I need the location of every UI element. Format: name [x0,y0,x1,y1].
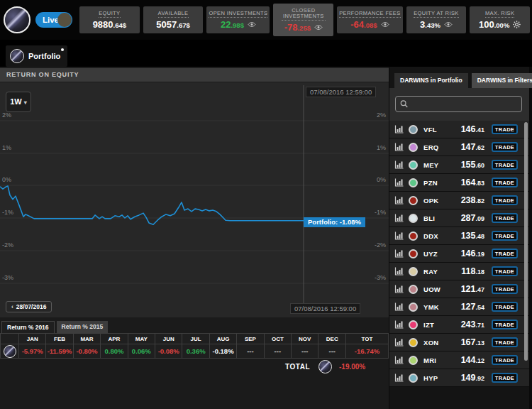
chart-canvas[interactable] [0,82,389,317]
search-box[interactable] [395,96,522,112]
darwin-color-dot [409,356,418,365]
eye-icon[interactable] [444,21,453,28]
tab-return-2015[interactable]: Return % 2015 [57,321,109,333]
mini-chart-icon[interactable] [394,143,404,151]
trade-button[interactable]: TRADE [492,195,518,205]
search-icon [400,99,409,109]
portfolio-value-tooltip: Portfolio: -1.08% [304,217,365,227]
trading-app: Live EQUITY9880.64$AVAILABLE5057.67$OPEN… [0,0,532,409]
tab-darwins-in-filters[interactable]: DARWINS in Filters [472,73,532,88]
bar-chart-icon [394,125,404,133]
darwin-row-ray[interactable]: RAY118.18TRADE [389,263,529,280]
darwin-color-dot [409,267,418,276]
trade-button[interactable]: TRADE [492,373,518,383]
y-axis-label: 2% [2,111,11,119]
month-header: SEP [237,334,264,344]
darwin-ticker: HYP [423,374,453,382]
search-input[interactable] [411,99,521,109]
mini-chart-icon[interactable] [394,249,404,258]
tab-return-2016[interactable]: Return % 2016 [1,321,55,333]
darwin-ticker: ERQ [423,143,453,151]
darwin-row-uow[interactable]: UOW121.47TRADE [389,280,529,298]
eye-icon[interactable] [314,24,323,31]
trade-button[interactable]: TRADE [492,231,518,241]
darwin-row-mey[interactable]: MEY155.60TRADE [389,156,529,174]
darwin-ticker: UYZ [423,250,453,258]
y-axis-label: 1% [2,144,11,151]
stat-label: OPEN INVESTMENTS [209,11,267,18]
darwins-tabs: DARWINS in Portfolio DARWINS in Filters [394,73,532,88]
stat-value: 3.43% [420,20,453,30]
eye-icon[interactable] [248,21,256,28]
darwin-color-dot [409,125,418,134]
trade-button[interactable]: TRADE [492,124,518,134]
darwin-row-bli[interactable]: BLI287.09TRADE [389,209,529,227]
darwin-row-xon[interactable]: XON167.13TRADE [389,334,529,351]
mini-chart-icon[interactable] [394,285,404,293]
darwin-row-pzn[interactable]: PZN164.83TRADE [389,174,529,192]
chart-title: RETURN ON EQUITY [0,68,389,82]
trade-button[interactable]: TRADE [492,178,518,187]
trade-button[interactable]: TRADE [492,249,518,258]
mini-chart-icon[interactable] [394,302,404,311]
tab-portfolio[interactable]: Portfolio [6,45,67,67]
month-value: -0.08% [155,344,182,359]
darwin-row-ymk[interactable]: YMK127.54TRADE [389,298,529,316]
darwin-row-opk[interactable]: OPK238.82TRADE [389,192,529,209]
bar-chart-icon [394,231,404,240]
search-section [389,88,529,121]
mini-chart-icon[interactable] [394,178,404,187]
trade-button[interactable]: TRADE [492,337,518,347]
tab-darwins-in-portfolio[interactable]: DARWINS in Portfolio [394,73,468,88]
list-scrollbar[interactable] [524,122,528,361]
mini-chart-icon[interactable] [394,267,404,276]
trade-button[interactable]: TRADE [492,355,518,365]
total-avatar [318,360,332,373]
total-row: TOTAL -19.00% [0,359,389,378]
darwin-row-uyz[interactable]: UYZ146.19TRADE [389,245,529,263]
darwin-color-dot [409,178,418,187]
mini-chart-icon[interactable] [394,338,404,347]
trade-button[interactable]: TRADE [492,213,518,223]
bar-chart-icon [394,338,404,347]
darwin-row-mri[interactable]: MRI144.12TRADE [389,351,529,369]
trade-button[interactable]: TRADE [492,160,518,170]
return-on-equity-chart[interactable]: 2%2%1%1%0%0%-1%-1%-2%-2%-3%-3% 1W ▾ 07/0… [0,82,389,317]
gear-icon[interactable] [513,21,521,28]
month-header: AUG [209,334,236,344]
trade-button[interactable]: TRADE [492,284,518,294]
darwin-ticker: DDX [423,232,453,240]
darwin-row-hyp[interactable]: HYP149.92TRADE [389,369,529,387]
mini-chart-icon[interactable] [394,214,404,222]
trade-button[interactable]: TRADE [492,302,518,312]
timeframe-dropdown[interactable]: 1W ▾ [6,92,31,112]
darwin-price: 118.18 [453,266,492,276]
darwin-row-vfl[interactable]: VFL146.41TRADE [389,121,529,138]
darwin-row-erq[interactable]: ERQ147.62TRADE [389,138,529,156]
bar-chart-icon [394,320,404,329]
trade-button[interactable]: TRADE [492,266,518,276]
bar-chart-icon [394,302,404,311]
y-axis-label: 0% [2,176,11,183]
live-toggle-knob[interactable] [57,13,72,27]
month-value: -16.74% [346,344,389,359]
darwin-row-izt[interactable]: IZT243.71TRADE [389,316,529,334]
mini-chart-icon[interactable] [394,160,404,169]
mini-chart-icon[interactable] [394,356,404,364]
mini-chart-icon[interactable] [394,125,404,133]
darwin-row-ddx[interactable]: DDX135.48TRADE [389,227,529,245]
month-value: -0.18% [209,344,236,359]
trade-button[interactable]: TRADE [492,142,518,152]
darwin-color-dot [409,231,418,241]
mini-chart-icon[interactable] [394,320,404,329]
month-header: NOV [292,334,318,344]
mini-chart-icon[interactable] [394,231,404,240]
user-avatar[interactable] [4,6,31,33]
mini-chart-icon[interactable] [394,373,404,382]
eye-icon[interactable] [381,21,389,28]
trade-button[interactable]: TRADE [492,320,518,329]
darwins-panel: DARWINS in Portfolio DARWINS in Filters … [389,67,529,409]
mini-chart-icon[interactable] [394,196,404,204]
live-toggle[interactable]: Live [35,12,72,28]
prev-date-button[interactable]: ‹28/07/2016 [6,301,52,312]
